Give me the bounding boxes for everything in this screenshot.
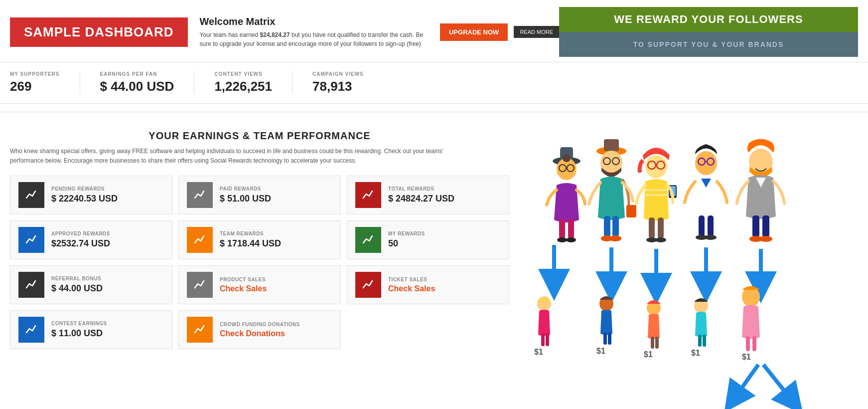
svg-rect-64 bbox=[752, 336, 756, 351]
upgrade-button[interactable]: UPGRADE NOW bbox=[440, 23, 508, 41]
svg-point-6 bbox=[563, 154, 571, 162]
svg-point-43 bbox=[759, 236, 772, 242]
stat-card-icon bbox=[355, 227, 381, 253]
stat-card-label: PAID REWARDS bbox=[220, 186, 332, 192]
stat-card-label: TOTAL REWARDS bbox=[388, 186, 501, 192]
stat-card-icon bbox=[187, 317, 213, 343]
stat-card: APPROVED REWARDS $2532.74 USD bbox=[10, 220, 172, 259]
svg-rect-8 bbox=[568, 219, 574, 239]
stat-card-icon bbox=[18, 227, 44, 253]
characters-illustration: $1 $1 bbox=[519, 130, 858, 409]
stat-card: REFERRAL BONUS $ 44.00 USD bbox=[10, 265, 172, 304]
stat-bar-value: 78,913 bbox=[312, 79, 364, 94]
svg-rect-12 bbox=[604, 139, 619, 151]
stat-bar-item: MY SUPPORTERS 269 bbox=[10, 71, 80, 94]
stat-bar-value: $ 44.00 USD bbox=[100, 79, 174, 94]
svg-rect-27 bbox=[649, 217, 655, 238]
reward-banner-top: WE REWARD YOUR FOLLOWERS bbox=[559, 7, 858, 32]
welcome-title: Welcome Matrix bbox=[200, 16, 430, 27]
svg-rect-7 bbox=[559, 219, 565, 239]
stat-card-info: CROWD FUNDING DONATIONS Check Donations bbox=[220, 322, 332, 338]
svg-text:$1: $1 bbox=[691, 349, 700, 357]
section-description: Who knew sharing special offers, giving … bbox=[10, 147, 458, 166]
svg-rect-36 bbox=[708, 215, 714, 236]
svg-point-30 bbox=[655, 237, 666, 242]
stat-card-icon bbox=[187, 182, 213, 208]
stat-card-icon bbox=[18, 182, 44, 208]
main-content: YOUR EARNINGS & TEAM PERFORMANCE Who kne… bbox=[0, 120, 868, 409]
stat-card-info: PAID REWARDS $ 51.00 USD bbox=[220, 186, 332, 204]
stat-card-value: $ 22240.53 USD bbox=[51, 194, 164, 204]
svg-rect-35 bbox=[699, 215, 705, 236]
svg-rect-48 bbox=[546, 334, 549, 346]
stat-card-value: 50 bbox=[388, 238, 501, 249]
section-divider bbox=[0, 112, 868, 112]
svg-rect-63 bbox=[746, 336, 750, 351]
svg-rect-40 bbox=[752, 215, 759, 237]
stat-card-value: $ 51.00 USD bbox=[220, 194, 332, 204]
stat-card-label: PENDING REWARDS bbox=[51, 186, 164, 192]
stat-card: PRODUCT SALES Check Sales bbox=[178, 265, 341, 304]
stat-bar-value: 1,226,251 bbox=[214, 79, 272, 94]
stat-card-info: APPROVED REWARDS $2532.74 USD bbox=[51, 231, 164, 249]
stat-card-value[interactable]: Check Donations bbox=[220, 329, 332, 338]
stat-card-info: TICKET SALES Check Sales bbox=[388, 277, 501, 293]
svg-point-9 bbox=[557, 237, 567, 242]
welcome-block: Welcome Matrix Your team has earned $24,… bbox=[200, 16, 430, 48]
stat-card-value: $ 44.00 USD bbox=[51, 283, 164, 294]
header: SAMPLE DASHBOARD Welcome Matrix Your tea… bbox=[0, 0, 868, 62]
left-panel: YOUR EARNINGS & TEAM PERFORMANCE Who kne… bbox=[10, 130, 509, 409]
stat-card: CROWD FUNDING DONATIONS Check Donations bbox=[178, 310, 341, 349]
stat-card: PAID REWARDS $ 51.00 USD bbox=[178, 176, 341, 214]
svg-rect-59 bbox=[698, 335, 702, 347]
svg-rect-18 bbox=[612, 216, 619, 237]
dashboard-title: SAMPLE DASHBOARD bbox=[10, 17, 188, 47]
svg-rect-47 bbox=[541, 334, 545, 346]
stat-card: CONTEST EARNINGS $ 11.00 USD bbox=[10, 310, 172, 349]
svg-text:$1: $1 bbox=[644, 350, 653, 359]
stat-bar-item: EARNINGS PER FAN $ 44.00 USD bbox=[100, 71, 195, 94]
svg-rect-56 bbox=[655, 337, 659, 349]
stat-card-label: APPROVED REWARDS bbox=[51, 231, 164, 236]
stat-card-value[interactable]: Check Sales bbox=[220, 284, 332, 293]
stat-card-icon bbox=[187, 272, 213, 298]
stat-card-info: MY REWARDS 50 bbox=[388, 231, 501, 249]
svg-rect-16 bbox=[626, 205, 636, 217]
stats-bar: MY SUPPORTERS 269 EARNINGS PER FAN $ 44.… bbox=[0, 62, 868, 104]
svg-text:$1: $1 bbox=[742, 353, 751, 361]
reward-banner-bottom: TO SUPPORT YOU & YOUR BRANDS bbox=[559, 32, 858, 57]
stat-card: PENDING REWARDS $ 22240.53 USD bbox=[10, 176, 172, 214]
stat-card: TEAM REWARDS $ 1718.44 USD bbox=[178, 220, 341, 259]
stat-card-info: CONTEST EARNINGS $ 11.00 USD bbox=[51, 321, 164, 339]
stat-card-icon bbox=[18, 272, 44, 298]
stat-card: MY REWARDS 50 bbox=[347, 220, 509, 259]
stat-card-value: $ 11.00 USD bbox=[51, 328, 164, 339]
page-wrapper: SAMPLE DASHBOARD Welcome Matrix Your tea… bbox=[0, 0, 868, 409]
stat-card-info: REFERRAL BONUS $ 44.00 USD bbox=[51, 276, 164, 294]
stat-bar-value: 269 bbox=[10, 79, 60, 94]
stat-card-info: TEAM REWARDS $ 1718.44 USD bbox=[220, 231, 332, 249]
section-title: YOUR EARNINGS & TEAM PERFORMANCE bbox=[10, 130, 509, 142]
stat-card-label: MY REWARDS bbox=[388, 231, 501, 236]
stat-card: TICKET SALES Check Sales bbox=[347, 265, 509, 304]
stat-card-label: PRODUCT SALES bbox=[220, 277, 332, 282]
svg-rect-17 bbox=[604, 216, 610, 237]
stat-bar-item: CONTENT VIEWS 1,226,251 bbox=[214, 71, 292, 94]
svg-rect-52 bbox=[608, 333, 611, 345]
stats-grid: PENDING REWARDS $ 22240.53 USD PAID REWA… bbox=[10, 176, 509, 349]
svg-point-38 bbox=[705, 235, 717, 240]
stat-card-label: TEAM REWARDS bbox=[220, 231, 332, 236]
svg-text:$1: $1 bbox=[596, 347, 605, 355]
svg-rect-41 bbox=[762, 215, 769, 237]
svg-rect-28 bbox=[658, 217, 664, 238]
stat-bar-label: MY SUPPORTERS bbox=[10, 71, 60, 77]
stat-card-info: PENDING REWARDS $ 22240.53 USD bbox=[51, 186, 164, 204]
stat-bar-label: CAMPAIGN VIEWS bbox=[312, 71, 364, 77]
svg-point-10 bbox=[566, 237, 576, 242]
readmore-button[interactable]: READ MORE bbox=[514, 26, 559, 38]
stat-card-value: $ 1718.44 USD bbox=[220, 238, 332, 249]
svg-rect-51 bbox=[603, 333, 607, 345]
stat-card-label: TICKET SALES bbox=[388, 277, 501, 282]
svg-rect-55 bbox=[651, 337, 654, 349]
stat-card-value[interactable]: Check Sales bbox=[388, 284, 501, 293]
